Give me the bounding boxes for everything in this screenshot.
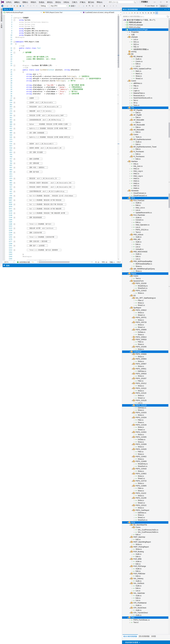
expand-arrow-icon[interactable]: ▷ xyxy=(131,117,133,118)
start-debug-button[interactable]: ▶ 启动▾ xyxy=(68,4,76,8)
fold-toggle-icon[interactable]: + xyxy=(14,102,15,104)
fold-toggle-icon[interactable]: + xyxy=(14,204,15,205)
expand-arrow-icon[interactable]: ▷ xyxy=(131,539,133,540)
collapse-arrow-icon[interactable]: ◢ xyxy=(131,468,133,470)
expand-arrow-icon[interactable]: ▷ xyxy=(131,232,133,233)
fold-toggle-icon[interactable]: + xyxy=(14,182,15,184)
collapsed-region-box[interactable]: - 更新 客户信息 - xyxy=(27,171,42,173)
expand-arrow-icon[interactable]: ▷ xyxy=(134,483,135,484)
fold-toggle-icon[interactable]: − xyxy=(14,20,15,21)
tree-item-cs[interactable]: ▷C#Audit.cs xyxy=(122,236,170,238)
tree-item-folder[interactable]: ◢PLN_PlanOrder xyxy=(122,214,170,216)
tab-list-chevron-icon[interactable]: ▾ xyxy=(121,9,122,10)
expand-arrow-icon[interactable]: ▷ xyxy=(131,571,133,572)
tree-item-cs[interactable]: ▷C#Edit.cs xyxy=(122,153,170,155)
tree-item-cs[interactable]: ▷C#Audit.cs xyxy=(122,568,170,570)
code-line[interactable]: 18 xyxy=(2,54,122,56)
fold-toggle-icon[interactable]: + xyxy=(14,98,15,99)
expand-arrow-icon[interactable]: ▷ xyxy=(131,70,133,72)
tree-item-folder[interactable]: ◢PSFG_210115 xyxy=(122,392,170,394)
tree-item-cs[interactable]: ▷C#Filter.cs xyxy=(122,419,170,421)
collapse-arrow-icon[interactable]: ◢ xyxy=(129,129,131,130)
tree-item-cs[interactable]: ▷C#Infa2_Operation.cs xyxy=(122,224,170,226)
collapsed-region-box[interactable]: - 财务应收单 aGsf_t_AR_Receivable_CW - xyxy=(27,106,62,108)
save-all-icon[interactable]: ⧉ xyxy=(22,4,25,7)
expand-arrow-icon[interactable]: ▷ xyxy=(131,58,133,60)
menu-视图[interactable]: 视图(V) xyxy=(21,0,29,4)
tree-item-folder[interactable]: ◢PUR_Booking xyxy=(122,550,170,553)
expand-arrow-icon[interactable]: ▷ xyxy=(134,370,135,372)
expand-arrow-icon[interactable]: ▷ xyxy=(127,32,128,33)
collapsed-region-box[interactable]: - 更新 时段 / 金额变化 - xyxy=(27,166,48,168)
tree-item-cs[interactable]: ▷C#Show.cs xyxy=(122,319,170,321)
code-line[interactable]: 1239 xyxy=(2,230,122,232)
code-line[interactable]: 1343 } xyxy=(2,253,122,256)
expand-arrow-icon[interactable]: ▷ xyxy=(131,158,133,160)
code-line[interactable]: 937+- 应收开票核销记录 aGsf_t_AR_BillingMatchLog… xyxy=(2,190,122,192)
codelens-references[interactable]: 2 个引用 xyxy=(16,67,28,68)
split-editor-handle[interactable]: ▾⌶ xyxy=(120,14,122,17)
code-line[interactable]: 6 using System.Text; xyxy=(2,26,122,28)
code-line[interactable]: 315+- 财务应收 已开票 aGsf_t_AR_Receivable_CWKP… xyxy=(2,114,122,117)
expand-arrow-icon[interactable]: ▷ xyxy=(131,236,133,238)
collapse-arrow-icon[interactable]: ◢ xyxy=(122,19,124,20)
expand-arrow-icon[interactable]: ▷ xyxy=(129,183,131,184)
collapsed-region-box[interactable]: - Out 0.0 添加数据: 暂估应收 - 财务应收（正+负）aTableNa… xyxy=(27,195,76,197)
expand-arrow-icon[interactable]: ▷ xyxy=(134,514,135,516)
expand-arrow-icon[interactable]: ▷ xyxy=(131,210,133,211)
code-line[interactable]: 1222 xyxy=(2,225,122,227)
code-line[interactable]: 27 string aFlocaleID = aContext.UserLoca… xyxy=(2,76,122,78)
expand-arrow-icon[interactable]: ▷ xyxy=(131,610,133,611)
code-line[interactable]: 19 210316 计算 客户对账单(二开) xyxy=(2,56,122,58)
expand-arrow-icon[interactable]: ▷ xyxy=(134,390,135,391)
collapsed-region-box[interactable]: - 销售发票 aGsf_T_IV_SaleSic - xyxy=(27,110,55,112)
expand-arrow-icon[interactable]: ▷ xyxy=(131,226,133,228)
tree-item-cs[interactable]: ▷C#Infa2_Log.cs xyxy=(122,175,170,177)
code-line[interactable]: 353+- 应收收款核销记录 aGsf_t_AR_RECMacthLog - xyxy=(2,119,122,121)
tree-item-cs[interactable]: ▷C#Infa1_Log.cs xyxy=(122,170,170,172)
collapse-arrow-icon[interactable]: ◢ xyxy=(129,546,131,548)
tree-item-cs[interactable]: ▷C#Infa2.cs xyxy=(122,172,170,175)
code-line[interactable]: 1291+- 更新 客户 + 业务助理 - xyxy=(2,244,122,247)
code-line[interactable]: 1070 xyxy=(2,206,122,208)
expand-arrow-icon[interactable]: ▷ xyxy=(134,376,135,377)
expand-arrow-icon[interactable]: ▷ xyxy=(134,520,135,521)
fold-toggle-icon[interactable]: + xyxy=(14,119,15,121)
tree-item-cs[interactable]: ▷C#EditView.cs xyxy=(122,512,170,514)
tree-item-cs[interactable]: ▷C#Show.cs xyxy=(122,265,170,268)
code-line[interactable]: 757+- 重排 应收明细 - xyxy=(2,158,122,160)
code-line[interactable]: 13−namespace PSFG.Report.Comm xyxy=(2,41,122,43)
expand-arrow-icon[interactable]: ▷ xyxy=(134,507,135,508)
code-line[interactable]: 545+- KpEntry 1.2 添加数据: 财务应收 已开票 未核销 单号汇… xyxy=(2,136,122,138)
fold-toggle-icon[interactable]: − xyxy=(14,17,15,19)
tree-item-cs[interactable]: ▷C#Convert.cs xyxy=(122,219,170,221)
expand-arrow-icon[interactable]: ▷ xyxy=(134,361,135,362)
tree-item-cs[interactable]: ▷C#List.cs xyxy=(122,209,170,212)
collapse-arrow-icon[interactable]: ◢ xyxy=(131,283,133,284)
tree-item-cs[interactable]: ▷C#Audit.cs xyxy=(122,58,170,60)
tree-item-proj[interactable]: ▷C#PSFG.K3.aTest xyxy=(122,26,170,28)
tree-item-cs[interactable]: ▷C#Edit.cs xyxy=(122,243,170,246)
collapse-arrow-icon[interactable]: ◢ xyxy=(127,107,128,108)
expand-arrow-icon[interactable]: ▷ xyxy=(131,605,133,606)
expand-arrow-icon[interactable]: ▷ xyxy=(134,488,135,489)
collapse-arrow-icon[interactable]: ◢ xyxy=(131,297,133,298)
expand-arrow-icon[interactable]: ▷ xyxy=(134,532,135,533)
code-line[interactable]: 1 xyxy=(2,14,122,17)
collapse-arrow-icon[interactable]: ◢ xyxy=(129,307,131,308)
dropdown-icon[interactable]: ▾ xyxy=(13,4,16,7)
collapse-arrow-icon[interactable]: ◢ xyxy=(129,295,131,296)
tree-item-cs[interactable]: C#Infa1_List.cs xyxy=(122,206,170,209)
fold-toggle-icon[interactable]: + xyxy=(14,236,15,238)
tree-item-cs[interactable]: ▷C#Show.cs xyxy=(122,482,170,484)
nav-back-icon[interactable]: ◄ xyxy=(1,5,4,7)
bookmark-icon[interactable]: ▮ xyxy=(103,4,106,7)
tree-item-folder[interactable]: ▷PSFG_200813 xyxy=(122,336,170,338)
collapsed-region-box[interactable]: - Total 2.1 添加数据: 客户合计 重排顺序 - xyxy=(27,249,61,251)
collapsed-region-box[interactable]: - 逐行 更新余额 - xyxy=(27,162,42,164)
tree-item-cs[interactable]: ▷C#Show.cs xyxy=(122,453,170,456)
tree-item-folder[interactable]: ◢DynamicForm xyxy=(122,280,170,282)
codelens-row[interactable]: 4 个引用 xyxy=(2,45,122,47)
collapse-arrow-icon[interactable]: ◢ xyxy=(131,485,133,486)
tree-item-cs[interactable]: ▷C#Audit.cs xyxy=(122,141,170,143)
